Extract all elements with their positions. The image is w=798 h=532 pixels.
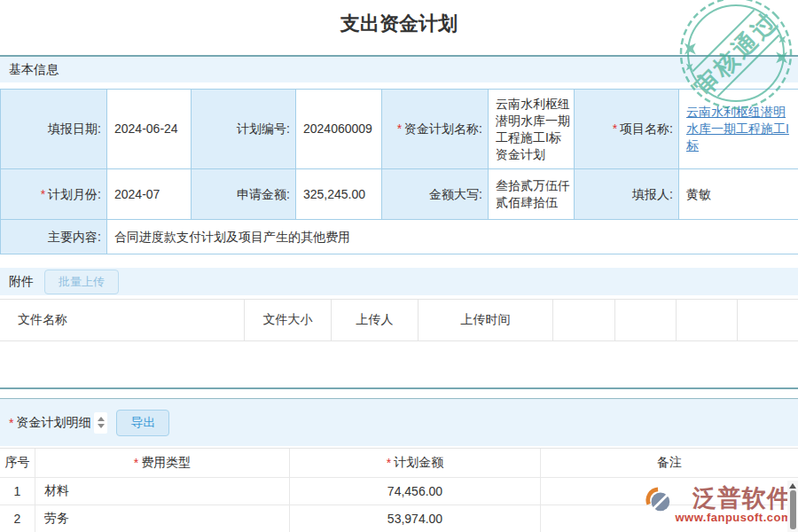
detail-section-title: 资金计划明细 bbox=[16, 415, 90, 431]
required-asterisk: * bbox=[134, 456, 138, 470]
required-asterisk: * bbox=[397, 121, 402, 137]
section-divider bbox=[0, 387, 798, 389]
apply-amount-label: 申请金额: bbox=[192, 169, 296, 220]
required-asterisk: * bbox=[387, 456, 391, 470]
preparer-value: 黄敏 bbox=[679, 169, 798, 220]
detail-row-no: 1 bbox=[0, 478, 35, 505]
basic-info-section-bar: 基本信息 bbox=[0, 57, 798, 82]
attachments-table: 文件名称 文件大小 上传人 上传时间 bbox=[0, 299, 798, 341]
detail-header-plan-amount: *计划金额 bbox=[290, 449, 541, 478]
watermark-brand: 泛普软件 bbox=[692, 486, 792, 512]
attachment-header-empty bbox=[677, 300, 738, 340]
fill-date-label: 填报日期: bbox=[1, 90, 107, 169]
apply-amount-value: 325,245.00 bbox=[296, 169, 382, 220]
watermark: 泛普软件 www.fanpusoft.com bbox=[645, 486, 792, 524]
amount-in-words-label: 金额大写: bbox=[382, 169, 489, 220]
detail-row-amount[interactable]: 74,456.00 bbox=[290, 478, 541, 505]
batch-upload-button[interactable]: 批量上传 bbox=[44, 270, 119, 294]
attachment-header-file-size: 文件大小 bbox=[245, 300, 332, 340]
detail-row-amount[interactable]: 53,974.00 bbox=[290, 505, 541, 532]
basic-info-form: 填报日期: 2024-06-24 计划编号: 2024060009 *资金计划名… bbox=[0, 89, 798, 254]
fund-plan-name-label: *资金计划名称: bbox=[382, 90, 489, 169]
detail-row-no: 2 bbox=[0, 505, 35, 532]
required-asterisk: * bbox=[613, 121, 617, 137]
scrollbar[interactable] bbox=[787, 481, 798, 532]
plan-number-label: 计划编号: bbox=[192, 90, 296, 169]
plan-month-label: *计划月份: bbox=[1, 169, 107, 220]
project-name-label: *项目名称: bbox=[575, 90, 679, 169]
scroll-thumb[interactable] bbox=[790, 490, 796, 529]
attachment-header-empty bbox=[615, 300, 677, 340]
fund-plan-name-value: 云南水利枢纽潜明水库一期工程施工I标资金计划 bbox=[489, 90, 575, 169]
main-content-value: 合同进度款支付计划及项目产生的其他费用 bbox=[107, 220, 798, 254]
detail-section-bar: * 资金计划明细 导出 bbox=[0, 399, 798, 446]
watermark-url: www.fanpusoft.com bbox=[675, 512, 792, 524]
sort-up-icon bbox=[98, 417, 105, 421]
attachment-header-empty bbox=[553, 300, 615, 340]
main-content-label: 主要内容: bbox=[1, 220, 107, 254]
attachment-header-file-name: 文件名称 bbox=[0, 300, 245, 340]
required-asterisk: * bbox=[9, 416, 13, 430]
sort-down-icon bbox=[98, 424, 105, 428]
page-title: 支出资金计划 bbox=[0, 11, 798, 37]
attachment-header-upload-time: 上传时间 bbox=[419, 300, 553, 340]
attachment-header-empty bbox=[738, 300, 798, 340]
plan-month-value: 2024-07 bbox=[107, 169, 192, 220]
detail-header-fee-type: *费用类型 bbox=[35, 449, 290, 478]
required-asterisk: * bbox=[41, 186, 45, 203]
project-name-value: 云南水利枢纽潜明水库一期工程施工I标 bbox=[679, 90, 798, 169]
detail-row-fee-type[interactable]: 劳务 bbox=[35, 505, 290, 532]
export-button[interactable]: 导出 bbox=[116, 410, 169, 436]
project-name-link[interactable]: 云南水利枢纽潜明水库一期工程施工I标 bbox=[686, 104, 794, 154]
attachment-header-uploader: 上传人 bbox=[332, 300, 419, 340]
detail-header-no: 序号 bbox=[0, 449, 35, 478]
amount-in-words-value: 叁拾贰万伍仟贰佰肆拾伍 bbox=[489, 169, 575, 220]
plan-number-value: 2024060009 bbox=[296, 90, 382, 169]
fanpu-logo-icon bbox=[645, 486, 672, 514]
detail-row-fee-type[interactable]: 材料 bbox=[35, 478, 290, 505]
sort-icon[interactable] bbox=[94, 412, 107, 434]
preparer-label: 填报人: bbox=[575, 169, 679, 220]
detail-header-remark: 备注 bbox=[541, 449, 798, 478]
attachments-section-title: 附件 bbox=[9, 274, 34, 290]
attachments-section-bar: 附件 批量上传 bbox=[0, 268, 798, 295]
fill-date-value: 2024-06-24 bbox=[107, 90, 192, 169]
scroll-up-icon[interactable] bbox=[789, 483, 796, 489]
basic-info-section-title: 基本信息 bbox=[9, 62, 59, 78]
